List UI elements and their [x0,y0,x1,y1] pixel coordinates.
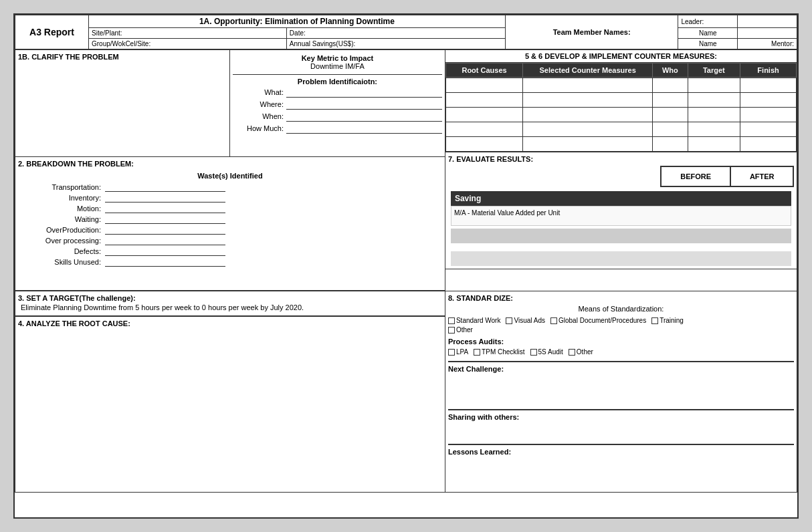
inventory-value[interactable] [105,193,225,203]
section-4: 4. ANALYZE THE ROOT CAUSE: [15,317,445,450]
cm-finish-3[interactable] [740,108,797,122]
tpm-label: TPM Checklist [482,348,524,356]
leader-value[interactable] [738,15,797,28]
defects-value[interactable] [105,247,225,256]
training-checkbox[interactable] [651,317,658,324]
cm-target-2[interactable] [688,93,740,108]
next-challenge-content[interactable] [448,373,794,406]
name-value1[interactable] [738,28,797,39]
lessons-label: Lessons Learned: [448,448,794,456]
cm-who-5[interactable] [653,137,688,152]
section-4-title: 4. ANALYZE THE ROOT CAUSE: [18,319,442,327]
sharing-content[interactable] [448,421,794,441]
how-much-value[interactable] [286,123,442,134]
section-1b-right: Key Metric to Impact Downtime IM/FA Prob… [230,50,445,156]
annual-savings-label: Annual Savings(US$): [286,39,505,49]
ss-audit-label: 5S Audit [538,348,563,356]
when-value[interactable] [286,111,442,122]
before-after-table: BEFORE AFTER [660,166,794,187]
global-doc-checkbox[interactable] [550,317,557,324]
ss-audit-option: 5S Audit [530,348,563,356]
gray-bar-1 [451,229,791,243]
section-2: 2. BREAKDOWN THE PROBLEM: Waste(s) Ident… [15,157,445,291]
cm-root-2[interactable] [445,93,522,108]
over-processing-value[interactable] [105,236,225,245]
cm-who-3[interactable] [653,108,688,122]
cm-target-4[interactable] [688,122,740,137]
cm-root-1[interactable] [445,78,522,93]
a3-report-label: A3 Report [15,15,89,49]
other-checkbox-1[interactable] [448,327,455,334]
transportation-label: Transportation: [18,183,105,191]
motion-label: Motion: [18,205,105,213]
group-label: Group/WokCel/Site: [89,39,287,49]
cm-root-5[interactable] [445,137,522,152]
overproduction-value[interactable] [105,225,225,235]
col-finish: Finish [740,63,797,78]
section-3-title: 3. SET A TARGET(The challenge): [18,294,442,302]
mentor-label: Mentor: [738,39,797,49]
waiting-value[interactable] [105,215,225,224]
section-5-6-title: 5 & 6 DEVELOP & IMPLEMENT COUNTER MEASUR… [445,50,797,63]
ss-audit-checkbox[interactable] [530,349,537,356]
cm-measure-2[interactable] [523,93,653,108]
team-member-label: Team Member Names: [505,15,678,49]
other-option-1: Other [448,326,473,334]
cm-row-2 [445,93,796,108]
ma-label: M/A - Material Value Added per Unit [451,206,791,226]
global-doc-option: Global Document/Procedures [550,317,646,324]
cm-who-4[interactable] [653,122,688,137]
global-doc-label: Global Document/Procedures [559,317,646,324]
lpa-label: LPA [456,348,468,356]
section-1b-left: 1B. CLARIFY THE PROBLEM [15,50,230,156]
name-label2: Name [678,39,738,49]
motion-value[interactable] [105,204,225,213]
cm-target-3[interactable] [688,108,740,122]
lpa-checkbox[interactable] [448,349,455,356]
saving-bar: Saving [451,191,791,206]
standard-work-checkbox[interactable] [448,317,455,324]
cm-measure-1[interactable] [523,78,653,93]
report-title: 1A. Opportunity: Elimination of Planning… [89,15,506,28]
cm-root-4[interactable] [445,122,522,137]
col-target: Target [688,63,740,78]
cm-finish-2[interactable] [740,93,797,108]
where-value[interactable] [286,99,442,110]
section-1b-title: 1B. CLARIFY THE PROBLEM [18,53,227,61]
tpm-option: TPM Checklist [474,348,524,356]
visual-ads-checkbox[interactable] [506,317,512,324]
cm-row-5 [445,137,796,152]
lessons-content[interactable] [448,456,794,489]
section-3: 3. SET A TARGET(The challenge): Eliminat… [15,291,445,317]
lessons-section: Lessons Learned: [448,444,794,489]
where-label: Where: [233,100,286,108]
cm-root-3[interactable] [445,108,522,122]
cm-finish-1[interactable] [740,78,797,93]
section-7: 7. EVALUATE RESULTS: BEFORE AFTER [445,152,797,269]
tpm-checkbox[interactable] [474,349,480,356]
sharing-label: Sharing with others: [448,413,794,421]
a3-label-text: A3 Report [29,27,74,37]
section-3-text: Eliminate Planning Downtime from 5 hours… [18,302,442,313]
other-option-2: Other [569,348,593,356]
overproduction-label: OverProducition: [18,226,105,234]
cm-measure-3[interactable] [523,108,653,122]
cm-who-2[interactable] [653,93,688,108]
cm-finish-4[interactable] [740,122,797,137]
cm-target-5[interactable] [688,137,740,152]
site-plant-label: Site/Plant: [89,28,287,39]
process-audits-label: Process Audits: [448,338,794,346]
training-label: Training [659,317,684,324]
what-value[interactable] [286,87,442,98]
cm-target-1[interactable] [688,78,740,93]
leader-label: Leader: [678,15,738,28]
cm-measure-5[interactable] [523,137,653,152]
other-checkbox-2[interactable] [569,349,575,356]
transportation-value[interactable] [105,182,225,192]
cm-measure-4[interactable] [523,122,653,137]
defects-label: Defects: [18,247,105,255]
skills-unused-value[interactable] [105,257,225,267]
cm-who-1[interactable] [653,78,688,93]
cm-finish-5[interactable] [740,137,797,152]
how-much-label: How Much: [233,124,286,132]
